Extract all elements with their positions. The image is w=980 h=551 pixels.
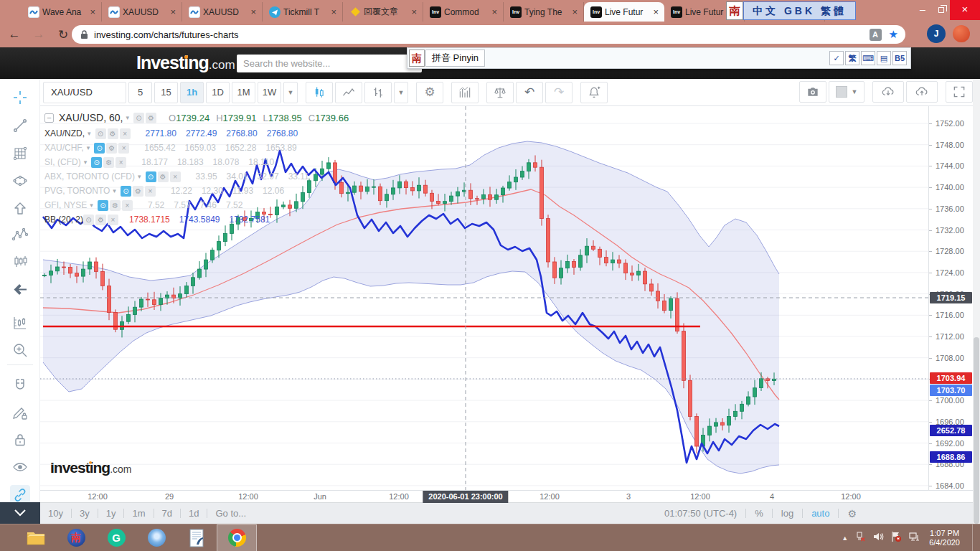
visibility-icon[interactable]: ⊙	[94, 143, 105, 154]
tab-close-icon[interactable]: ×	[328, 6, 339, 17]
browser-tab[interactable]: InvTying The×	[504, 2, 584, 22]
browser-tab[interactable]: Tickmill T×	[263, 2, 343, 22]
remove-icon[interactable]: ×	[118, 143, 129, 154]
tab-close-icon[interactable]: ×	[569, 6, 580, 17]
ime-option-button[interactable]: ⌨	[861, 51, 875, 65]
settings-icon[interactable]: ⚙	[158, 171, 169, 182]
timeframe-1M-button[interactable]: 1M	[232, 82, 255, 103]
address-bar[interactable]: investing.com/charts/futures-charts A ★	[72, 25, 905, 44]
profile-avatar[interactable]: J	[927, 24, 946, 43]
ime-option-button[interactable]: ▤	[877, 51, 891, 65]
range-7d-button[interactable]: 7d	[154, 508, 180, 519]
ime-language-badge[interactable]: 南 中文 GBK 繁體	[726, 1, 856, 20]
account-icon[interactable]	[953, 25, 970, 42]
ohlc-chart-type-button[interactable]	[364, 82, 392, 103]
collapse-panel-button[interactable]	[0, 502, 40, 524]
taskbar-app-chromium[interactable]	[136, 524, 176, 551]
visibility-icon[interactable]: ⊙	[133, 113, 144, 123]
bookmark-star-icon[interactable]: ★	[889, 28, 898, 41]
tool-gann-icon[interactable]	[10, 143, 30, 164]
tool-draw-lock-icon[interactable]	[10, 402, 30, 423]
remove-icon[interactable]: ×	[120, 128, 131, 139]
timeframe-1D-button[interactable]: 1D	[206, 82, 230, 103]
tray-expand-icon[interactable]: ▲	[842, 534, 848, 542]
show-desktop-button[interactable]	[972, 524, 976, 551]
tool-pattern-icon[interactable]	[10, 252, 30, 272]
fullscreen-icon[interactable]	[946, 81, 973, 103]
price-axis[interactable]: 1752.001748.001744.001740.001736.001732.…	[928, 106, 973, 490]
taskbar-app-chrome[interactable]	[217, 524, 257, 551]
settings-gear-icon[interactable]: ⚙	[416, 82, 443, 103]
site-search-input[interactable]	[237, 55, 422, 72]
tool-elliott-icon[interactable]	[10, 225, 30, 245]
settings-icon[interactable]: ⚙	[110, 200, 121, 211]
timeframe-1W-button[interactable]: 1W	[258, 82, 281, 103]
time-axis[interactable]: 12:002912:00Jun12:0012:00312:00412:00202…	[40, 490, 928, 502]
settings-icon[interactable]: ⚙	[95, 215, 106, 225]
cloud-download-icon[interactable]	[872, 81, 904, 103]
tool-zoom-in-icon[interactable]	[10, 340, 30, 360]
tab-close-icon[interactable]: ×	[408, 6, 420, 17]
clock-label[interactable]: 01:07:50 (UTC-4)	[664, 508, 737, 519]
taskbar-app-grammarly[interactable]: G	[96, 524, 136, 551]
visibility-icon[interactable]: ⊙	[91, 157, 102, 168]
range-3y-button[interactable]: 3y	[72, 508, 98, 519]
axis-settings-gear-icon[interactable]: ⚙	[847, 508, 857, 519]
compare-scales-icon[interactable]	[486, 82, 514, 103]
reload-icon[interactable]: ↻	[53, 27, 73, 42]
redo-icon[interactable]: ↷	[545, 82, 573, 103]
screenshot-camera-icon[interactable]	[799, 81, 826, 103]
window-close-button[interactable]: ×	[950, 0, 980, 20]
visibility-icon[interactable]: ⊙	[121, 186, 131, 197]
tool-crosshair-icon[interactable]	[10, 88, 30, 108]
timeframe-dropdown-icon[interactable]: ▼	[283, 82, 298, 103]
translate-icon[interactable]: A	[870, 29, 882, 41]
chart-type-dropdown-icon[interactable]: ▼	[394, 82, 408, 103]
volume-icon[interactable]	[872, 531, 884, 545]
ime-mode-label[interactable]: 拼音 Pinyin	[425, 50, 485, 67]
settings-icon[interactable]: ⚙	[106, 143, 117, 154]
symbol-input[interactable]: XAU/USD	[43, 82, 126, 103]
taskbar-app-writer[interactable]	[176, 524, 217, 551]
range-10y-button[interactable]: 10y	[40, 508, 71, 519]
alert-bell-icon[interactable]	[580, 82, 608, 103]
browser-tab[interactable]: InvLive Futur×	[584, 2, 664, 22]
window-restore-button[interactable]	[931, 0, 951, 20]
scale-%-button[interactable]: %	[755, 508, 763, 519]
settings-icon[interactable]: ⚙	[146, 113, 156, 123]
remove-icon[interactable]: ×	[116, 157, 126, 168]
page-scrollbar[interactable]	[973, 79, 980, 524]
settings-icon[interactable]: ⚙	[108, 128, 118, 139]
remove-icon[interactable]: ×	[122, 200, 133, 211]
tool-arrow-icon[interactable]	[10, 199, 30, 219]
tray-clock[interactable]: 1:07 PM6/4/2020	[926, 529, 963, 547]
ime-option-button[interactable]: ✓	[829, 51, 844, 65]
color-swatch-button[interactable]: ▼	[829, 81, 864, 103]
scale-auto-button[interactable]: auto	[811, 508, 829, 519]
action-center-icon[interactable]	[890, 531, 902, 545]
range-1y-button[interactable]: 1y	[98, 508, 124, 519]
browser-tab[interactable]: XAUUSD×	[102, 2, 182, 22]
forward-icon[interactable]: →	[29, 27, 49, 42]
back-icon[interactable]: ←	[4, 27, 24, 42]
collapse-icon[interactable]: −	[44, 113, 54, 123]
ime-toolbar[interactable]: 南 拼音 Pinyin ✓繁⌨▤B5	[407, 47, 911, 69]
visibility-icon[interactable]: ⊙	[146, 171, 156, 182]
browser-tab[interactable]: XAUUSD×	[182, 2, 263, 22]
ime-option-button[interactable]: B5	[892, 51, 907, 65]
range-1m-button[interactable]: 1m	[124, 508, 153, 519]
taskbar-app-ime[interactable]: 南	[56, 524, 96, 551]
investing-logo[interactable]: Investing.com	[136, 52, 235, 73]
tool-measure-icon[interactable]	[10, 313, 30, 333]
tool-eye-icon[interactable]	[10, 457, 30, 477]
ime-option-button[interactable]: 繁	[845, 51, 859, 65]
tool-trendline-icon[interactable]	[10, 116, 30, 136]
tab-close-icon[interactable]: ×	[87, 6, 98, 17]
tool-back-icon[interactable]	[10, 280, 30, 300]
remove-icon[interactable]: ×	[108, 215, 118, 225]
window-minimize-button[interactable]: –	[913, 0, 933, 20]
scale-log-button[interactable]: log	[781, 508, 793, 519]
range-1d-button[interactable]: 1d	[181, 508, 207, 519]
line-chart-type-button[interactable]	[335, 82, 362, 103]
settings-icon[interactable]: ⚙	[103, 157, 114, 168]
